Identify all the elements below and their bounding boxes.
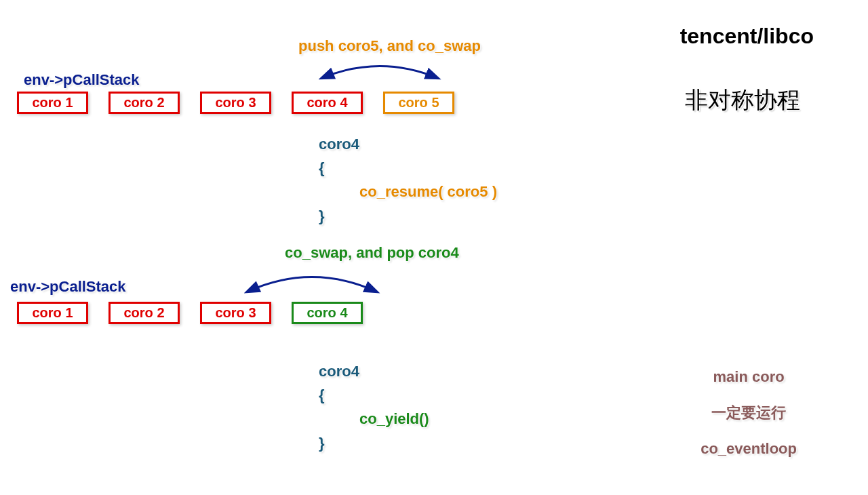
project-title: tencent/libco — [680, 24, 814, 49]
footer-line: co_eventloop — [701, 431, 797, 467]
stack-box: coro 5 — [383, 92, 454, 114]
bottom-stack-row: coro 1 coro 2 coro 3 coro 4 — [17, 302, 363, 324]
stack-box: coro 3 — [200, 302, 271, 324]
subtitle: 非对称协程 — [685, 85, 800, 116]
stack-box: coro 1 — [17, 92, 88, 114]
code-brace-open: { — [319, 383, 429, 407]
stack-box: coro 4 — [292, 302, 363, 324]
stack-box: coro 2 — [108, 92, 180, 114]
top-stack-label: env->pCallStack — [24, 71, 140, 89]
bottom-code-block: coro4 { co_yield() } — [319, 359, 429, 455]
code-brace-close: } — [319, 431, 429, 455]
code-body: co_resume( coro5 ) — [319, 180, 497, 203]
top-action-label: push coro5, and co_swap — [298, 37, 481, 55]
bottom-stack-label: env->pCallStack — [10, 278, 126, 296]
footer-line: main coro — [701, 359, 797, 395]
footer-line: 一定要运行 — [701, 395, 797, 431]
footer-block: main coro 一定要运行 co_eventloop — [701, 359, 797, 467]
stack-box: coro 3 — [200, 92, 271, 114]
stack-box: coro 1 — [17, 302, 88, 324]
code-brace-close: } — [319, 204, 497, 228]
code-brace-open: { — [319, 156, 497, 180]
code-fn-name: coro4 — [319, 359, 429, 383]
bottom-swap-arrow-icon — [237, 268, 387, 298]
top-stack-row: coro 1 coro 2 coro 3 coro 4 coro 5 — [17, 92, 454, 114]
top-code-block: coro4 { co_resume( coro5 ) } — [319, 132, 497, 228]
code-body: co_yield() — [319, 407, 429, 431]
stack-box: coro 4 — [292, 92, 363, 114]
code-fn-name: coro4 — [319, 132, 497, 156]
stack-box: coro 2 — [108, 302, 180, 324]
top-swap-arrow-icon — [312, 58, 448, 85]
bottom-action-label: co_swap, and pop coro4 — [285, 244, 459, 262]
